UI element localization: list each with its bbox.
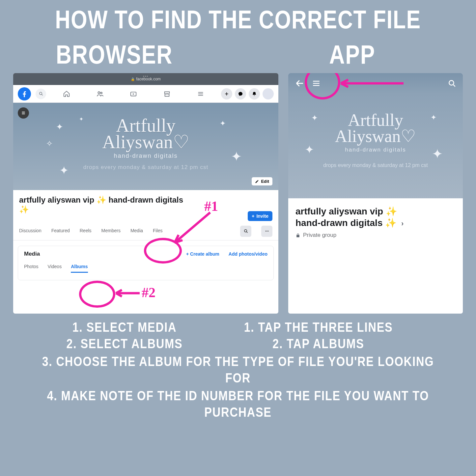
svg-line-1 (42, 94, 42, 95)
menu-icon[interactable] (193, 87, 208, 101)
step-browser-2: 2. SELECT ALBUMS (67, 335, 183, 352)
notifications-icon[interactable] (249, 88, 260, 99)
tab-media[interactable]: Media (130, 228, 143, 238)
privacy-label: Private group (295, 232, 456, 238)
subtab-videos[interactable]: Videos (48, 264, 62, 273)
create-album-link[interactable]: Create album (186, 251, 219, 257)
instruction-steps: 1. SELECT MEDIA 2. SELECT ALBUMS 1. TAP … (36, 319, 440, 420)
group-name: artfully aliyswan vip ✨ hand-drawn digit… (19, 195, 190, 214)
svg-point-12 (268, 231, 268, 231)
chevron-right-icon: › (401, 219, 404, 228)
step-browser-1: 1. SELECT MEDIA (67, 319, 183, 335)
svg-point-11 (266, 231, 267, 231)
svg-point-16 (449, 80, 454, 85)
svg-line-9 (246, 232, 247, 233)
annotation-arrow-1 (168, 210, 214, 249)
cover-logo: Artfully Aliyswan♡ (13, 103, 278, 151)
svg-point-0 (39, 92, 42, 95)
tab-files[interactable]: Files (153, 228, 163, 238)
step-shared-3: 3. CHOOSE THE ALBUM FOR THE TYPE OF FILE… (36, 353, 440, 386)
watch-icon[interactable] (126, 87, 141, 101)
step-shared-4: 4. MAKE NOTE OF THE ID NUMBER FOR THE FI… (36, 387, 440, 420)
edit-cover-button[interactable]: Edit (252, 177, 272, 185)
friends-icon[interactable] (93, 87, 107, 101)
facebook-logo-icon[interactable] (18, 87, 31, 100)
marketplace-icon[interactable] (160, 87, 174, 101)
app-screenshot: ✦ ✦ ✦ ✦ Artfully Aliyswan♡ hand-drawn di… (288, 73, 463, 314)
cover-schedule: drops every monday & saturday at 12 pm c… (13, 164, 278, 171)
annotation-arrow-2 (114, 288, 140, 298)
media-heading: Media (24, 251, 40, 257)
browser-chrome: ••• 🔒 facebook.com (13, 73, 278, 85)
step-app-2: 2. TAP ALBUMS (244, 335, 393, 352)
page-title: HOW TO FIND THE CORRECT FILE (43, 0, 433, 32)
browser-screenshot: ••• 🔒 facebook.com (13, 73, 278, 314)
column-header-browser: BROWSER (56, 40, 173, 70)
invite-button[interactable]: +Invite (248, 211, 272, 221)
tab-search-button[interactable] (240, 226, 251, 237)
svg-line-17 (453, 85, 455, 86)
group-tabs: Discussion Featured Reels Members Media … (13, 217, 278, 240)
app-group-name[interactable]: artfully aliyswan vip ✨ hand-drawn digit… (295, 206, 456, 229)
tab-discussion[interactable]: Discussion (19, 228, 42, 238)
svg-point-2 (98, 92, 100, 94)
tab-featured[interactable]: Featured (51, 228, 70, 238)
tab-members[interactable]: Members (101, 228, 121, 238)
annotation-ring-albums (79, 281, 115, 308)
app-cover: ✦ ✦ ✦ ✦ Artfully Aliyswan♡ hand-drawn di… (288, 94, 463, 198)
add-photos-link[interactable]: Add photos/video (229, 251, 267, 257)
facebook-topnav (13, 85, 278, 103)
create-button[interactable] (221, 88, 232, 99)
group-menu-badge[interactable]: ≡ (18, 107, 29, 119)
annotation-arrow-app (338, 78, 404, 88)
annotation-label-1: #1 (204, 198, 218, 214)
subtab-albums[interactable]: Albums (71, 264, 88, 273)
back-icon[interactable] (295, 78, 305, 88)
svg-point-3 (100, 92, 102, 94)
column-header-app: APP (329, 40, 375, 70)
lock-icon: 🔒 (131, 77, 135, 81)
subtab-photos[interactable]: Photos (24, 264, 39, 273)
svg-point-8 (244, 230, 247, 232)
tab-reels[interactable]: Reels (80, 228, 92, 238)
messenger-icon[interactable] (235, 88, 246, 99)
search-icon[interactable] (448, 79, 456, 88)
account-avatar[interactable] (263, 88, 274, 99)
annotation-label-2: #2 (142, 285, 155, 300)
app-cover-schedule: drops every monday & saturday at 12 pm c… (288, 162, 463, 168)
tab-more-button[interactable] (261, 226, 272, 237)
group-cover: ≡ ✦ ✦ ✧ ✦ ✦ ✦ Artfully Aliyswan♡ hand-dr… (13, 103, 278, 190)
step-app-1: 1. TAP THE THREE LINES (244, 319, 393, 335)
search-button[interactable] (36, 89, 46, 99)
home-icon[interactable] (59, 87, 74, 101)
svg-point-10 (265, 231, 266, 231)
